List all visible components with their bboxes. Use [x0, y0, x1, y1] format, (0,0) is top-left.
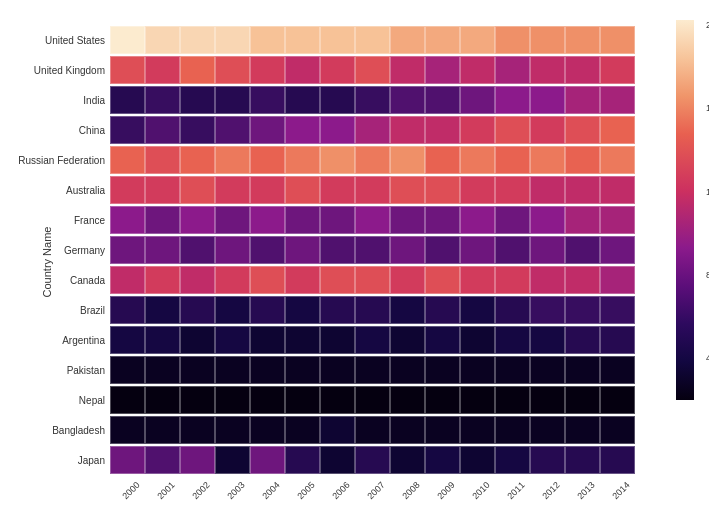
- heatmap-cell: [145, 206, 180, 234]
- x-axis-label: 2008: [395, 475, 427, 507]
- x-axis-label: 2006: [325, 475, 357, 507]
- heatmap-cell: [530, 296, 565, 324]
- heatmap-cell: [320, 356, 355, 384]
- heatmap-cell: [110, 176, 145, 204]
- heatmap-cell: [390, 236, 425, 264]
- heatmap-cell: [180, 56, 215, 84]
- heatmap-cell: [285, 86, 320, 114]
- heatmap-cell: [320, 386, 355, 414]
- heatmap-cell: [460, 146, 495, 174]
- heatmap-cell: [460, 56, 495, 84]
- row-label: Nepal: [15, 395, 105, 406]
- heatmap-cell: [355, 206, 390, 234]
- heatmap-cell: [495, 386, 530, 414]
- heatmap-cell: [145, 296, 180, 324]
- heatmap-cell: [530, 176, 565, 204]
- heatmap-cell: [425, 116, 460, 144]
- heatmap-cell: [285, 26, 320, 54]
- heatmap-cell: [285, 326, 320, 354]
- heatmap-row: Canada: [110, 265, 640, 295]
- heatmap-cell: [285, 386, 320, 414]
- heatmap-cell: [250, 236, 285, 264]
- heatmap-cell: [145, 86, 180, 114]
- heatmap-cell: [355, 266, 390, 294]
- heatmap-cell: [390, 86, 425, 114]
- heatmap-cell: [110, 146, 145, 174]
- heatmap-cell: [600, 56, 635, 84]
- heatmap-cell: [285, 296, 320, 324]
- heatmap-cell: [355, 416, 390, 444]
- heatmap-cell: [565, 146, 600, 174]
- heatmap-cell: [250, 206, 285, 234]
- heatmap-cell: [250, 86, 285, 114]
- heatmap-cell: [565, 26, 600, 54]
- heatmap-cell: [215, 446, 250, 474]
- heatmap-cell: [110, 56, 145, 84]
- heatmap-cell: [250, 416, 285, 444]
- heatmap-row: Russian Federation: [110, 145, 640, 175]
- heatmap-cell: [110, 356, 145, 384]
- heatmap-cell: [215, 356, 250, 384]
- heatmap-cell: [425, 356, 460, 384]
- x-axis-label: 2003: [220, 475, 252, 507]
- row-label: Argentina: [15, 335, 105, 346]
- heatmap-cell: [215, 146, 250, 174]
- heatmap-cell: [145, 176, 180, 204]
- heatmap-cell: [320, 326, 355, 354]
- heatmap-cell: [565, 206, 600, 234]
- row-label: Japan: [15, 455, 105, 466]
- heatmap-cell: [565, 56, 600, 84]
- heatmap-cell: [425, 86, 460, 114]
- heatmap-cell: [145, 416, 180, 444]
- heatmap-cell: [285, 176, 320, 204]
- heatmap-cell: [495, 296, 530, 324]
- heatmap-cell: [215, 176, 250, 204]
- heatmap-cell: [565, 86, 600, 114]
- heatmap-cell: [600, 296, 635, 324]
- heatmap-cell: [425, 266, 460, 294]
- heatmap-cell: [530, 26, 565, 54]
- heatmap-cell: [390, 296, 425, 324]
- heatmap-cell: [110, 26, 145, 54]
- heatmap-cell: [145, 326, 180, 354]
- heatmap-row: United Kingdom: [110, 55, 640, 85]
- heatmap-cell: [530, 86, 565, 114]
- x-axis-label: 2009: [430, 475, 462, 507]
- heatmap-cell: [320, 446, 355, 474]
- heatmap-cell: [285, 356, 320, 384]
- heatmap-cell: [530, 206, 565, 234]
- heatmap-cell: [530, 146, 565, 174]
- heatmap-cell: [425, 296, 460, 324]
- heatmap-cell: [180, 446, 215, 474]
- heatmap-area: United StatesUnited KingdomIndiaChinaRus…: [110, 25, 640, 475]
- heatmap-cell: [390, 146, 425, 174]
- heatmap-cell: [530, 266, 565, 294]
- heatmap-cell: [285, 236, 320, 264]
- heatmap-cell: [250, 446, 285, 474]
- heatmap-cell: [320, 176, 355, 204]
- heatmap-cell: [215, 26, 250, 54]
- x-axis-label: 2007: [360, 475, 392, 507]
- heatmap-cell: [460, 176, 495, 204]
- heatmap-cell: [110, 86, 145, 114]
- heatmap-cell: [600, 386, 635, 414]
- heatmap-cell: [495, 26, 530, 54]
- heatmap-cell: [390, 176, 425, 204]
- heatmap-cell: [425, 416, 460, 444]
- heatmap-cell: [180, 296, 215, 324]
- heatmap-row: United States: [110, 25, 640, 55]
- heatmap-row: Nepal: [110, 385, 640, 415]
- x-axis-label: 2011: [500, 475, 532, 507]
- heatmap-cell: [425, 146, 460, 174]
- heatmap-cell: [110, 446, 145, 474]
- heatmap-cell: [530, 116, 565, 144]
- heatmap-cell: [425, 326, 460, 354]
- heatmap-cell: [215, 416, 250, 444]
- heatmap-cell: [390, 206, 425, 234]
- heatmap-cell: [495, 266, 530, 294]
- heatmap-cell: [355, 146, 390, 174]
- heatmap-cell: [390, 416, 425, 444]
- heatmap-cell: [320, 86, 355, 114]
- heatmap-cell: [425, 176, 460, 204]
- heatmap-cell: [565, 356, 600, 384]
